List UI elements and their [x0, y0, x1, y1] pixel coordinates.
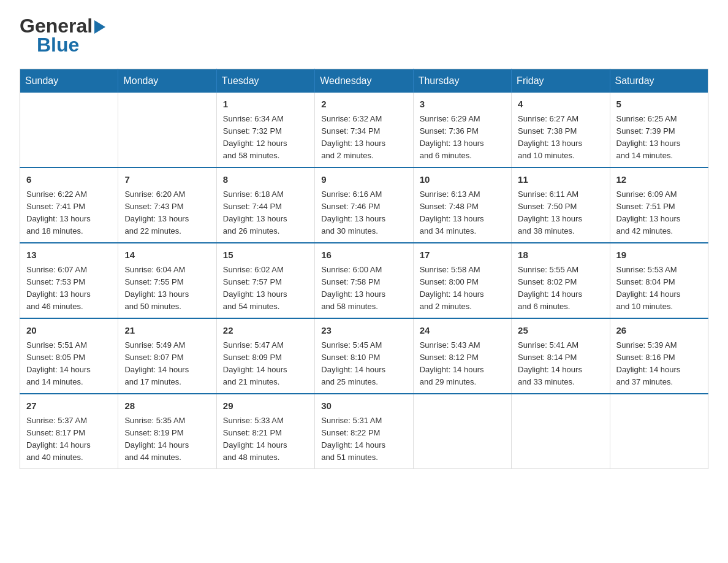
- day-info: Sunrise: 5:41 AM Sunset: 8:14 PM Dayligh…: [518, 339, 603, 389]
- day-number: 14: [124, 248, 210, 262]
- day-header-monday: Monday: [118, 69, 216, 93]
- day-info: Sunrise: 6:11 AM Sunset: 7:50 PM Dayligh…: [518, 188, 603, 238]
- calendar-week-1: 1Sunrise: 6:34 AM Sunset: 7:32 PM Daylig…: [20, 93, 708, 167]
- day-number: 4: [518, 98, 603, 112]
- day-info: Sunrise: 5:53 AM Sunset: 8:04 PM Dayligh…: [616, 264, 702, 313]
- calendar-week-2: 6Sunrise: 6:22 AM Sunset: 7:41 PM Daylig…: [20, 167, 708, 243]
- day-info: Sunrise: 5:43 AM Sunset: 8:12 PM Dayligh…: [420, 339, 505, 389]
- calendar-cell: 10Sunrise: 6:13 AM Sunset: 7:48 PM Dayli…: [413, 167, 511, 243]
- day-info: Sunrise: 5:49 AM Sunset: 8:07 PM Dayligh…: [124, 339, 210, 389]
- calendar-cell: 30Sunrise: 5:31 AM Sunset: 8:22 PM Dayli…: [315, 394, 413, 469]
- day-header-wednesday: Wednesday: [315, 69, 413, 93]
- calendar-cell: 22Sunrise: 5:47 AM Sunset: 8:09 PM Dayli…: [216, 318, 314, 394]
- calendar-cell: [118, 93, 216, 167]
- day-number: 5: [616, 98, 702, 112]
- calendar-table: SundayMondayTuesdayWednesdayThursdayFrid…: [20, 69, 708, 469]
- calendar-week-5: 27Sunrise: 5:37 AM Sunset: 8:17 PM Dayli…: [20, 394, 708, 469]
- day-header-thursday: Thursday: [413, 69, 511, 93]
- day-info: Sunrise: 5:45 AM Sunset: 8:10 PM Dayligh…: [321, 339, 406, 389]
- day-number: 21: [124, 324, 210, 338]
- day-number: 1: [223, 98, 308, 112]
- calendar-cell: 9Sunrise: 6:16 AM Sunset: 7:46 PM Daylig…: [315, 167, 413, 243]
- calendar-cell: 11Sunrise: 6:11 AM Sunset: 7:50 PM Dayli…: [512, 167, 610, 243]
- calendar-cell: 26Sunrise: 5:39 AM Sunset: 8:16 PM Dayli…: [610, 318, 708, 394]
- day-number: 27: [26, 399, 112, 413]
- day-number: 2: [321, 98, 406, 112]
- logo: General Blue: [20, 15, 105, 56]
- calendar-cell: 24Sunrise: 5:43 AM Sunset: 8:12 PM Dayli…: [413, 318, 511, 394]
- day-info: Sunrise: 6:13 AM Sunset: 7:48 PM Dayligh…: [420, 188, 505, 238]
- calendar-cell: 20Sunrise: 5:51 AM Sunset: 8:05 PM Dayli…: [20, 318, 118, 394]
- day-info: Sunrise: 5:37 AM Sunset: 8:17 PM Dayligh…: [26, 415, 112, 464]
- day-number: 30: [321, 399, 406, 413]
- calendar-cell: [512, 394, 610, 469]
- calendar-cell: 12Sunrise: 6:09 AM Sunset: 7:51 PM Dayli…: [610, 167, 708, 243]
- day-header-tuesday: Tuesday: [216, 69, 314, 93]
- calendar-cell: 17Sunrise: 5:58 AM Sunset: 8:00 PM Dayli…: [413, 243, 511, 318]
- calendar-cell: 13Sunrise: 6:07 AM Sunset: 7:53 PM Dayli…: [20, 243, 118, 318]
- day-info: Sunrise: 6:29 AM Sunset: 7:36 PM Dayligh…: [420, 113, 505, 163]
- day-info: Sunrise: 5:31 AM Sunset: 8:22 PM Dayligh…: [321, 415, 406, 464]
- day-info: Sunrise: 6:25 AM Sunset: 7:39 PM Dayligh…: [616, 113, 702, 163]
- header: General Blue: [20, 15, 708, 56]
- day-number: 11: [518, 173, 603, 187]
- day-info: Sunrise: 5:47 AM Sunset: 8:09 PM Dayligh…: [223, 339, 308, 389]
- calendar-cell: 19Sunrise: 5:53 AM Sunset: 8:04 PM Dayli…: [610, 243, 708, 318]
- calendar-cell: 6Sunrise: 6:22 AM Sunset: 7:41 PM Daylig…: [20, 167, 118, 243]
- day-info: Sunrise: 6:00 AM Sunset: 7:58 PM Dayligh…: [321, 264, 406, 313]
- calendar-cell: 18Sunrise: 5:55 AM Sunset: 8:02 PM Dayli…: [512, 243, 610, 318]
- calendar-cell: 27Sunrise: 5:37 AM Sunset: 8:17 PM Dayli…: [20, 394, 118, 469]
- day-number: 23: [321, 324, 406, 338]
- day-number: 3: [420, 98, 505, 112]
- calendar-cell: 16Sunrise: 6:00 AM Sunset: 7:58 PM Dayli…: [315, 243, 413, 318]
- day-number: 15: [223, 248, 308, 262]
- day-number: 8: [223, 173, 308, 187]
- day-number: 22: [223, 324, 308, 338]
- logo-blue-text: Blue: [37, 34, 79, 56]
- calendar-cell: 25Sunrise: 5:41 AM Sunset: 8:14 PM Dayli…: [512, 318, 610, 394]
- calendar-header-row: SundayMondayTuesdayWednesdayThursdayFrid…: [20, 69, 708, 93]
- calendar-cell: 3Sunrise: 6:29 AM Sunset: 7:36 PM Daylig…: [413, 93, 511, 167]
- day-info: Sunrise: 6:20 AM Sunset: 7:43 PM Dayligh…: [124, 188, 210, 238]
- day-number: 24: [420, 324, 505, 338]
- day-info: Sunrise: 6:18 AM Sunset: 7:44 PM Dayligh…: [223, 188, 308, 238]
- day-info: Sunrise: 5:33 AM Sunset: 8:21 PM Dayligh…: [223, 415, 308, 464]
- day-number: 18: [518, 248, 603, 262]
- calendar-cell: 5Sunrise: 6:25 AM Sunset: 7:39 PM Daylig…: [610, 93, 708, 167]
- calendar-cell: 23Sunrise: 5:45 AM Sunset: 8:10 PM Dayli…: [315, 318, 413, 394]
- logo-triangle-icon: [94, 20, 105, 34]
- calendar-cell: 28Sunrise: 5:35 AM Sunset: 8:19 PM Dayli…: [118, 394, 216, 469]
- day-info: Sunrise: 6:02 AM Sunset: 7:57 PM Dayligh…: [223, 264, 308, 313]
- day-header-sunday: Sunday: [20, 69, 118, 93]
- calendar-cell: 29Sunrise: 5:33 AM Sunset: 8:21 PM Dayli…: [216, 394, 314, 469]
- day-number: 7: [124, 173, 210, 187]
- day-info: Sunrise: 6:22 AM Sunset: 7:41 PM Dayligh…: [26, 188, 112, 238]
- calendar-cell: 14Sunrise: 6:04 AM Sunset: 7:55 PM Dayli…: [118, 243, 216, 318]
- day-info: Sunrise: 5:58 AM Sunset: 8:00 PM Dayligh…: [420, 264, 505, 313]
- calendar-cell: 21Sunrise: 5:49 AM Sunset: 8:07 PM Dayli…: [118, 318, 216, 394]
- day-info: Sunrise: 6:09 AM Sunset: 7:51 PM Dayligh…: [616, 188, 702, 238]
- day-number: 16: [321, 248, 406, 262]
- calendar-week-4: 20Sunrise: 5:51 AM Sunset: 8:05 PM Dayli…: [20, 318, 708, 394]
- calendar-cell: [610, 394, 708, 469]
- calendar-cell: [413, 394, 511, 469]
- day-number: 12: [616, 173, 702, 187]
- day-info: Sunrise: 6:07 AM Sunset: 7:53 PM Dayligh…: [26, 264, 112, 313]
- day-info: Sunrise: 6:16 AM Sunset: 7:46 PM Dayligh…: [321, 188, 406, 238]
- day-info: Sunrise: 5:51 AM Sunset: 8:05 PM Dayligh…: [26, 339, 112, 389]
- day-number: 29: [223, 399, 308, 413]
- day-header-saturday: Saturday: [610, 69, 708, 93]
- day-info: Sunrise: 6:04 AM Sunset: 7:55 PM Dayligh…: [124, 264, 210, 313]
- day-number: 6: [26, 173, 112, 187]
- calendar-cell: 7Sunrise: 6:20 AM Sunset: 7:43 PM Daylig…: [118, 167, 216, 243]
- day-info: Sunrise: 5:55 AM Sunset: 8:02 PM Dayligh…: [518, 264, 603, 313]
- day-number: 20: [26, 324, 112, 338]
- day-number: 28: [124, 399, 210, 413]
- calendar-cell: 15Sunrise: 6:02 AM Sunset: 7:57 PM Dayli…: [216, 243, 314, 318]
- day-number: 25: [518, 324, 603, 338]
- day-number: 9: [321, 173, 406, 187]
- day-info: Sunrise: 5:39 AM Sunset: 8:16 PM Dayligh…: [616, 339, 702, 389]
- day-number: 26: [616, 324, 702, 338]
- day-info: Sunrise: 6:27 AM Sunset: 7:38 PM Dayligh…: [518, 113, 603, 163]
- page-container: General Blue SundayMondayTuesdayWednesda…: [20, 15, 708, 469]
